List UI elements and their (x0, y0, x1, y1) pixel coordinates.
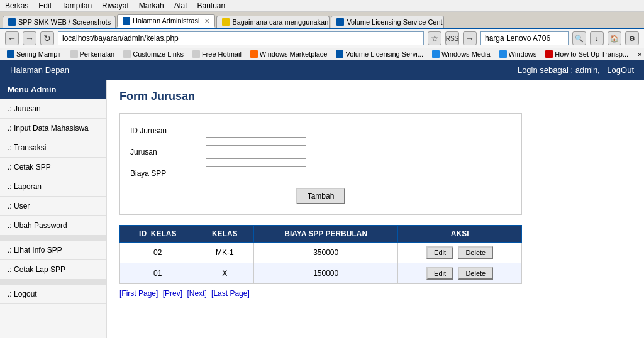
menu-berkas[interactable]: Berkas (5, 1, 28, 10)
input-biaya-spp[interactable] (206, 166, 306, 180)
bookmark-windows[interactable]: Windows (497, 50, 539, 58)
bookmark-customize[interactable]: Customize Links (121, 50, 186, 58)
star-button[interactable]: ☆ (428, 31, 441, 45)
menu-riwayat[interactable]: Riwayat (102, 1, 129, 10)
bookmark-transp[interactable]: How to Set Up Transp... (543, 50, 630, 58)
menu-markah[interactable]: Markah (139, 1, 164, 10)
tab-close-2[interactable]: ✕ (204, 18, 209, 25)
search-input[interactable] (480, 31, 569, 45)
app-header-right: Login sebagai : admin, LogOut (518, 65, 634, 75)
home-button[interactable]: 🏠 (608, 31, 621, 45)
bookmark-sering[interactable]: Sering Mampir (5, 50, 64, 58)
logout-button[interactable]: LogOut (607, 65, 634, 75)
tab-halaman-admin[interactable]: Halaman Administrasi ✕ (117, 14, 215, 28)
tab-spp-smk[interactable]: SPP SMK WEB / Screenshots ✕ (3, 16, 116, 28)
tab-volume-licensing[interactable]: Volume Licensing Service Center ✕ (331, 16, 444, 28)
tab-label-4: Volume Licensing Service Center (347, 18, 444, 26)
input-jurusan[interactable] (206, 145, 306, 159)
tab-mesin-cuci[interactable]: Bagaimana cara menggunakan mesin cuci...… (216, 16, 330, 28)
th-id-kelas: ID_KELAS (120, 226, 196, 243)
sidebar-item-input-data[interactable]: .: Input Data Mahasiswa (0, 119, 106, 138)
bookmark-windows-media[interactable]: Windows Media (430, 50, 492, 58)
search-go-button[interactable]: 🔍 (572, 31, 586, 45)
menu-bar: Berkas Edit Tampilan Riwayat Markah Alat… (0, 0, 644, 12)
delete-button-2[interactable]: Delete (458, 267, 493, 280)
sidebar-item-laporan[interactable]: .: Laporan (0, 177, 106, 197)
input-id-jurusan[interactable] (206, 124, 306, 138)
app-header: Halaman Depan Login sebagai : admin, Log… (0, 60, 644, 80)
bookmark-label-hotmail: Free Hotmail (202, 50, 242, 58)
tab-label-3: Bagaimana cara menggunakan mesin cuci... (232, 18, 330, 26)
bookmark-label-volume: Volume Licensing Servi... (345, 50, 423, 58)
label-jurusan: Jurusan (130, 148, 206, 156)
bookmark-hotmail[interactable]: Free Hotmail (191, 50, 243, 58)
sidebar-item-cetak-spp[interactable]: .: Cetak SPP (0, 158, 106, 177)
pagination-next[interactable]: [Next] (187, 289, 206, 298)
tab-favicon-1 (8, 18, 16, 26)
bookmark-label-sering: Sering Mampir (16, 50, 62, 58)
bookmark-label-perkenalan: Perkenalan (80, 50, 115, 58)
data-table: ID_KELAS KELAS BIAYA SPP PERBULAN AKSI 0… (119, 225, 522, 284)
pagination-first[interactable]: [First Page] (119, 289, 158, 298)
label-id-jurusan: ID Jurusan (130, 126, 206, 135)
address-bar[interactable] (58, 31, 424, 45)
delete-button-1[interactable]: Delete (458, 246, 493, 259)
tools-button[interactable]: ⚙ (625, 31, 639, 45)
menu-tampilan[interactable]: Tampilan (62, 1, 92, 10)
edit-button-2[interactable]: Edit (426, 267, 453, 280)
sidebar-title: Menu Admin (0, 80, 106, 99)
app-header-title: Halaman Depan (10, 65, 69, 75)
reload-button[interactable]: ↻ (40, 31, 54, 45)
back-button[interactable]: ← (5, 31, 19, 45)
tambah-button[interactable]: Tambah (296, 188, 346, 204)
menu-edit[interactable]: Edit (38, 1, 52, 10)
pagination-last[interactable]: [Last Page] (211, 289, 250, 298)
sidebar-item-logout[interactable]: .: Logout (0, 285, 106, 304)
bookmark-label-marketplace: Windows Marketplace (260, 50, 328, 58)
main-layout: Menu Admin .: Jurusan .: Input Data Maha… (0, 80, 644, 338)
tab-bar: SPP SMK WEB / Screenshots ✕ Halaman Admi… (0, 12, 644, 29)
pagination-prev[interactable]: [Prev] (163, 289, 182, 298)
form-title: Form Jurusan (119, 90, 631, 103)
sidebar-item-lihat-info[interactable]: .: Lihat Info SPP (0, 241, 106, 260)
forward-button[interactable]: → (23, 31, 36, 45)
bookmark-label-transp: How to Set Up Transp... (555, 50, 628, 58)
td-id-kelas-1: 02 (120, 243, 196, 263)
menu-bantuan[interactable]: Bantuan (197, 1, 225, 10)
label-biaya-spp: Biaya SPP (130, 169, 206, 178)
bookmark-marketplace[interactable]: Windows Marketplace (248, 50, 330, 58)
sidebar-item-cetak-lap[interactable]: .: Cetak Lap SPP (0, 260, 106, 280)
form-section: ID Jurusan Jurusan Biaya SPP Tambah (119, 113, 522, 215)
sidebar-item-jurusan[interactable]: .: Jurusan (0, 99, 106, 119)
bookmarks-more[interactable]: » (638, 50, 641, 58)
bookmark-volume[interactable]: Volume Licensing Servi... (334, 50, 425, 58)
sidebar-separator (0, 236, 106, 241)
td-kelas-2: X (196, 263, 254, 284)
tab-label-1: SPP SMK WEB / Screenshots (18, 18, 111, 26)
bookmark-perkenalan[interactable]: Perkenalan (69, 50, 117, 58)
download-button[interactable]: ↓ (590, 31, 604, 45)
main-content: Form Jurusan ID Jurusan Jurusan Biaya SP… (107, 80, 644, 338)
table-header-row: ID_KELAS KELAS BIAYA SPP PERBULAN AKSI (120, 226, 522, 243)
refresh-nav-button[interactable]: → (463, 31, 477, 45)
td-aksi-1: Edit Delete (398, 243, 522, 263)
td-id-kelas-2: 01 (120, 263, 196, 284)
bookmark-label-customize: Customize Links (133, 50, 184, 58)
table-row: 02 MK-1 350000 Edit Delete (120, 243, 522, 263)
login-text: Login sebagai : admin, (518, 65, 600, 75)
bookmark-icon-customize (123, 50, 131, 58)
bookmark-icon-windows-media (432, 50, 440, 58)
sidebar-item-transaksi[interactable]: .: Transaksi (0, 138, 106, 158)
tab-favicon-3 (222, 18, 230, 26)
form-button-row: Tambah (130, 188, 511, 204)
nav-bar: ← → ↻ ☆ RSS → 🔍 ↓ 🏠 ⚙ (0, 29, 644, 48)
rss-button[interactable]: RSS (445, 31, 459, 45)
sidebar-item-ubah-password[interactable]: .: Ubah Password (0, 216, 106, 236)
edit-button-1[interactable]: Edit (426, 246, 453, 259)
menu-alat[interactable]: Alat (174, 1, 187, 10)
bookmark-icon-transp (545, 50, 553, 58)
sidebar-item-user[interactable]: .: User (0, 197, 106, 216)
sidebar: Menu Admin .: Jurusan .: Input Data Maha… (0, 80, 107, 338)
bookmark-icon-windows (499, 50, 507, 58)
form-row-biaya-spp: Biaya SPP (130, 166, 511, 180)
